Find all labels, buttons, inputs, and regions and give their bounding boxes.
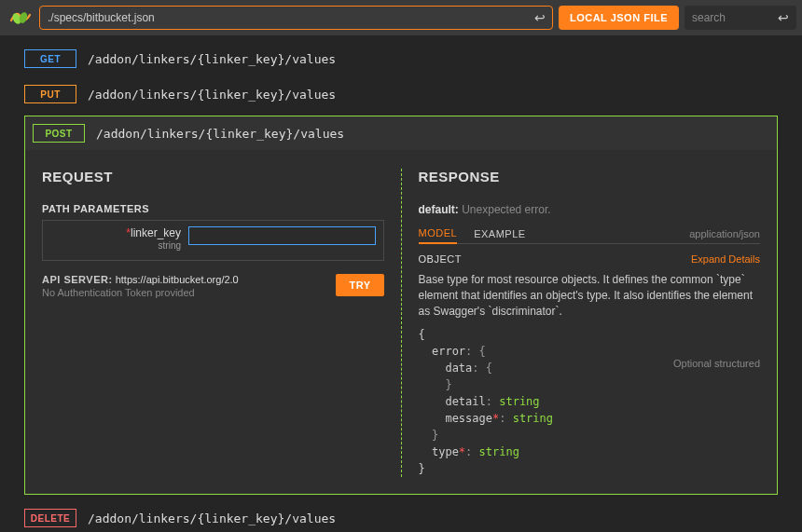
expand-details-link[interactable]: Expand Details [691,253,760,265]
response-pane: RESPONSE default: Unexpected error. MODE… [401,169,761,477]
request-title: REQUEST [42,169,384,184]
param-input-linker-key[interactable] [188,226,376,245]
api-server-label: API SERVER: [42,274,113,285]
endpoint-panel-post: POST /addon/linkers/{linker_key}/values … [24,116,778,495]
endpoint-path: /addon/linkers/{linker_key}/values [88,52,336,66]
auth-note: No Authentication Token provided [42,287,326,298]
spec-path-input[interactable] [39,6,553,30]
param-type: string [50,239,181,252]
tab-model[interactable]: MODEL [419,224,458,244]
api-server-value: https://api.bitbucket.org/2.0 [116,274,239,285]
endpoint-row-put[interactable]: PUT /addon/linkers/{linker_key}/values [24,80,778,108]
endpoint-row-delete[interactable]: DELETE /addon/linkers/{linker_key}/value… [24,504,778,532]
endpoint-path: /addon/linkers/{linker_key}/values [96,127,344,141]
response-default-label: default: [419,203,459,216]
response-default-text: Unexpected error. [462,203,550,216]
response-title: RESPONSE [419,169,761,184]
schema-block: Optional structured{ error: { data: { } … [419,326,761,477]
search-input[interactable] [684,6,796,30]
method-badge: PUT [24,85,76,103]
optional-hint: Optional structured [673,356,760,372]
content-type: application/json [689,228,760,239]
try-button[interactable]: TRY [336,274,383,296]
param-name: linker_key [131,226,181,239]
endpoint-row-post[interactable]: POST /addon/linkers/{linker_key}/values [25,116,777,150]
tab-example[interactable]: EXAMPLE [474,225,525,243]
method-badge: DELETE [24,509,76,527]
endpoint-path: /addon/linkers/{linker_key}/values [88,512,336,525]
schema-description: Base type for most resource objects. It … [419,272,761,319]
endpoint-row-get[interactable]: GET /addon/linkers/{linker_key}/values [24,45,778,73]
path-params-label: PATH PARAMETERS [42,203,384,214]
request-pane: REQUEST PATH PARAMETERS *linker_key stri… [42,169,401,477]
endpoint-path: /addon/linkers/{linker_key}/values [88,88,336,102]
method-badge: POST [33,124,85,143]
logo [6,4,34,32]
object-label: OBJECT [419,253,462,265]
method-badge: GET [24,49,76,68]
param-row: *linker_key string [42,220,384,261]
local-json-button[interactable]: LOCAL JSON FILE [559,6,679,30]
